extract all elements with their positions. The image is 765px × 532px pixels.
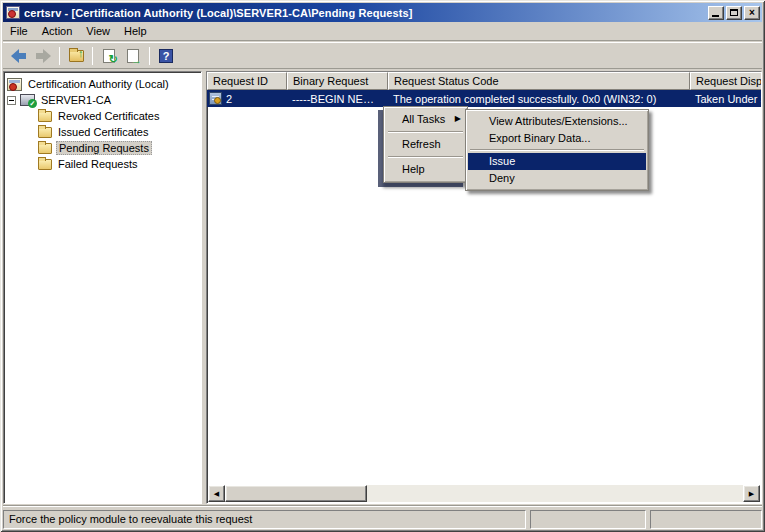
horizontal-scrollbar[interactable]: ◀ ▶ [208,485,760,502]
tree-item-failed-requests[interactable]: Failed Requests [4,156,201,172]
toolbar-separator [149,47,150,65]
menu-separator [388,156,463,158]
context-menu-item-help[interactable]: Help [385,160,466,179]
tree-item-label: Certification Authority (Local) [26,77,171,91]
menu-file[interactable]: File [3,23,35,39]
tree-item-certification-authority[interactable]: Certification Authority (Local) [4,76,201,92]
menu-separator [470,149,644,151]
close-button[interactable]: × [744,6,760,20]
minimize-icon [712,15,719,17]
toolbar-separator [59,47,60,65]
window-title: certsrv - [Certification Authority (Loca… [24,7,708,19]
tree-item-label: Issued Certificates [56,125,150,139]
folder-icon [38,127,52,138]
context-menu-item-all-tasks[interactable]: All Tasks ▶ [385,110,466,129]
column-header-request-id[interactable]: Request ID [207,72,287,90]
export-list-button[interactable]: → [121,45,145,67]
table-row-selected[interactable]: 2 -----BEGIN NE… The operation completed… [207,90,761,107]
status-bar-text: Force the policy module to reevaluate th… [3,510,526,529]
back-icon [11,51,27,61]
list-header: Request ID Binary Request Request Status… [207,72,761,90]
column-header-request-status-code[interactable]: Request Status Code [388,72,690,90]
cell-binary-request: -----BEGIN NE… [287,93,388,105]
tree-item-pending-requests[interactable]: Pending Requests [4,140,201,156]
export-list-icon: → [127,49,139,63]
submenu-arrow-icon: ▶ [455,110,461,128]
cell-request-id: 2 [207,92,287,105]
cell-request-disposition: Taken Under Submission [690,93,762,105]
tree-item-server1-ca[interactable]: SERVER1-CA [4,92,201,108]
submenu-item-deny[interactable]: Deny [467,170,647,187]
column-header-binary-request[interactable]: Binary Request [287,72,388,90]
folder-icon [38,143,52,154]
status-bar-panel [530,510,646,529]
maximize-icon [730,9,738,16]
server-ca-icon [20,94,35,106]
console-tree-pane: Certification Authority (Local) SERVER1-… [3,71,202,504]
submenu-item-export-binary-data[interactable]: Export Binary Data... [467,130,647,147]
certsrv-app-icon [6,6,20,19]
forward-button[interactable] [31,45,55,67]
show-console-tree-button[interactable]: ↑ [64,45,88,67]
certification-authority-icon [7,78,22,91]
back-button[interactable] [7,45,31,67]
close-icon: × [749,8,755,18]
context-menu: All Tasks ▶ Refresh Help [383,106,468,183]
status-bar: Force the policy module to reevaluate th… [3,506,762,529]
toolbar: ↑ ↻ → ? [3,42,762,69]
tree-item-label: Failed Requests [56,157,140,171]
all-tasks-submenu: View Attributes/Extensions... Export Bin… [465,109,649,191]
collapse-expander-icon[interactable] [7,96,16,105]
help-icon: ? [159,49,173,63]
app-window: certsrv - [Certification Authority (Loca… [0,0,765,532]
menu-view[interactable]: View [79,23,117,39]
console-tree-folder-icon: ↑ [69,50,84,62]
scroll-left-icon: ◀ [214,490,219,498]
status-bar-panel [650,510,762,529]
folder-icon [38,111,52,122]
title-bar: certsrv - [Certification Authority (Loca… [3,3,762,22]
folder-icon [38,159,52,170]
forward-icon [35,51,51,61]
cell-request-status-code: The operation completed successfully. 0x… [388,93,690,105]
tree-item-label-selected: Pending Requests [56,141,152,155]
maximize-button[interactable] [726,6,742,20]
scroll-right-button[interactable]: ▶ [743,485,760,502]
certificate-request-icon [209,92,222,105]
scrollbar-thumb[interactable] [225,485,367,502]
tree-item-label: SERVER1-CA [39,93,113,107]
scroll-right-icon: ▶ [749,490,754,498]
column-header-request-disposition[interactable]: Request Disposition [690,72,762,90]
toolbar-separator [92,47,93,65]
menu-bar: File Action View Help [3,22,762,41]
scrollbar-track[interactable] [225,485,743,502]
refresh-button[interactable]: ↻ [97,45,121,67]
help-button[interactable]: ? [154,45,178,67]
scroll-left-button[interactable]: ◀ [208,485,225,502]
submenu-item-view-attributes-extensions[interactable]: View Attributes/Extensions... [467,113,647,130]
submenu-item-issue[interactable]: Issue [468,153,646,170]
refresh-icon: ↻ [103,49,115,63]
menu-action[interactable]: Action [35,23,80,39]
menu-separator [388,131,463,133]
context-menu-item-refresh[interactable]: Refresh [385,135,466,154]
tree-item-issued-certificates[interactable]: Issued Certificates [4,124,201,140]
menu-help[interactable]: Help [117,23,154,39]
tree-item-label: Revoked Certificates [56,109,162,123]
minimize-button[interactable] [708,6,724,20]
tree-item-revoked-certificates[interactable]: Revoked Certificates [4,108,201,124]
